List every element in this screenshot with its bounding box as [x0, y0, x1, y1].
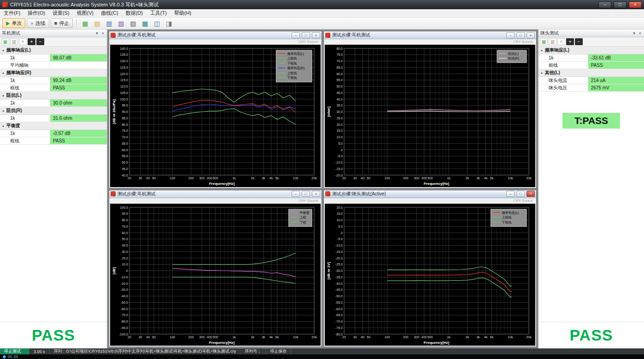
svg-text:105.0: 105.0 — [120, 91, 128, 94]
svg-text:35.0: 35.0 — [336, 104, 343, 107]
save-button[interactable]: ▥ — [104, 18, 114, 28]
svg-text:10k: 10k — [508, 335, 513, 339]
svg-text:下框: 下框 — [300, 220, 306, 224]
menu-item-7[interactable]: 工具(T) — [146, 9, 170, 17]
result-group-2[interactable]: ▲其他(L) — [539, 69, 644, 77]
single-run-button[interactable]: ▶单次 — [2, 18, 25, 28]
chart-maximize-button[interactable]: □ — [516, 191, 525, 197]
save-results-button[interactable]: ▥ — [549, 38, 556, 45]
start-button[interactable] — [3, 355, 6, 359]
menu-item-4[interactable]: 视图(V) — [73, 9, 98, 17]
menu-item-1[interactable]: 文件(F) — [0, 9, 24, 17]
mdi-area: 测试步骤:耳机测试–□×CRY Sound2030405010020030040… — [107, 29, 538, 348]
continuous-run-button[interactable]: »连续 — [27, 18, 49, 28]
open-file-button[interactable]: ▤ — [92, 18, 102, 28]
svg-text:-70.0: -70.0 — [121, 313, 128, 317]
svg-text:.0: .0 — [340, 148, 343, 152]
result-group-2[interactable]: ▲频率响应(R) — [0, 69, 107, 77]
collapse-all-button[interactable]: − — [575, 38, 583, 45]
window-minimize-button[interactable]: – — [598, 1, 611, 8]
data-view-button[interactable]: ▩ — [140, 18, 150, 28]
expand-all-button[interactable]: + — [28, 38, 35, 45]
svg-text:200: 200 — [403, 177, 409, 180]
svg-text:5k: 5k — [275, 335, 279, 339]
chart-minimize-button[interactable]: – — [292, 191, 300, 197]
svg-text:40.0: 40.0 — [122, 244, 128, 247]
chart-maximize-button[interactable]: □ — [516, 32, 525, 38]
panel-close-icon[interactable]: × — [101, 31, 105, 35]
chart-plot: 203040501002003004005001k2k3k4k5k10k20k-… — [325, 204, 535, 346]
svg-text:30: 30 — [353, 177, 357, 180]
taskbar-app-button[interactable] — [8, 355, 12, 358]
svg-text:平衡度: 平衡度 — [300, 211, 310, 214]
svg-text:90.0: 90.0 — [122, 212, 128, 215]
chart-close-button[interactable]: × — [527, 32, 535, 38]
svg-text:400: 400 — [207, 335, 212, 339]
menu-item-5[interactable]: 曲线(C) — [97, 9, 122, 17]
stop-run-icon: ■ — [54, 21, 58, 26]
chart-minimize-button[interactable]: – — [506, 191, 515, 197]
row-label: 1k — [0, 130, 50, 137]
row-label: 1k — [0, 115, 50, 122]
continuous-run-icon: » — [30, 21, 33, 26]
chart-window-titlebar[interactable]: 测试步骤:耳机测试–□× — [324, 31, 536, 39]
row-label: 咪头电压 — [539, 84, 588, 91]
svg-text:110.0: 110.0 — [120, 85, 128, 88]
windows-taskbar[interactable] — [0, 354, 644, 359]
menu-item-6[interactable]: 数据(D) — [122, 9, 146, 17]
svg-text:-10.0: -10.0 — [335, 244, 343, 247]
layout-button[interactable]: ◫ — [152, 18, 162, 28]
save-report-button[interactable]: ▧ — [116, 18, 126, 28]
result-group-5[interactable]: ▲平衡度 — [0, 122, 107, 130]
svg-text:200: 200 — [403, 335, 409, 339]
save-results-button[interactable]: ▥ — [10, 38, 18, 45]
taskbar-app-button[interactable] — [14, 355, 18, 358]
panel-close-icon[interactable]: × — [638, 31, 642, 35]
window-maximize-button[interactable]: □ — [614, 1, 626, 8]
svg-text:95.0: 95.0 — [122, 104, 128, 107]
clear-results-button[interactable]: × — [19, 38, 27, 45]
menu-item-8[interactable]: 帮助(H) — [170, 9, 195, 17]
svg-text:上框线: 上框线 — [287, 71, 297, 75]
grid-view-button[interactable]: ▦ — [540, 38, 548, 45]
result-group-1[interactable]: ▲频率响应(L) — [539, 47, 644, 54]
print-button[interactable]: ▨ — [128, 18, 138, 28]
menu-item-2[interactable]: 操作(O) — [24, 9, 49, 17]
svg-text:30.0: 30.0 — [336, 110, 343, 113]
columns-button[interactable]: ◨ — [164, 18, 174, 28]
panel-menu-icon[interactable]: ▾ — [632, 31, 636, 35]
collapse-all-button[interactable]: − — [36, 38, 44, 45]
clear-results-button[interactable]: × — [557, 38, 565, 45]
svg-text:80.0: 80.0 — [122, 218, 128, 222]
title-bar: CRY6151 Electro-acoustic Analysis System… — [0, 0, 644, 9]
chart-close-button[interactable]: × — [312, 191, 320, 197]
svg-text:-55.0: -55.0 — [335, 300, 343, 304]
chart-window-titlebar[interactable]: 测试步骤:耳机测试–□× — [109, 31, 322, 39]
menu-item-3[interactable]: 设置(S) — [49, 9, 73, 17]
svg-text:125.0: 125.0 — [120, 66, 128, 69]
result-group-4[interactable]: ▲阻抗(R) — [0, 107, 107, 115]
chart-window-titlebar[interactable]: 测试步骤:咪头测试(Active)–□× — [324, 190, 536, 198]
chart-close-button[interactable]: × — [527, 191, 535, 197]
svg-text:3k: 3k — [476, 177, 480, 180]
chart-minimize-button[interactable]: – — [506, 32, 515, 38]
result-group-3[interactable]: ▲阻抗(L) — [0, 92, 107, 100]
grid-view-button[interactable]: ▦ — [1, 38, 9, 45]
window-close-button[interactable]: × — [629, 1, 642, 8]
group-expand-icon: ▲ — [2, 94, 5, 97]
stop-run-button[interactable]: ■停止 — [51, 18, 73, 28]
chart-watermark: CRY Sound — [299, 40, 318, 45]
chart-window-titlebar[interactable]: 测试步骤:耳机测试–□× — [109, 190, 322, 198]
expand-all-button[interactable]: + — [566, 38, 574, 45]
group-name: 阻抗(L) — [6, 92, 22, 99]
table-row: 1k30.0 ohm — [0, 100, 107, 107]
group-expand-icon: ▲ — [2, 109, 5, 112]
mic-pass-result: PASS — [539, 322, 644, 348]
chart-maximize-button[interactable]: □ — [302, 32, 310, 38]
chart-maximize-button[interactable]: □ — [302, 191, 310, 197]
result-group-1[interactable]: ▲频率响应(L) — [0, 47, 107, 54]
sequence-grid-button[interactable]: ▦ — [80, 18, 90, 28]
chart-close-button[interactable]: × — [312, 32, 320, 38]
chart-minimize-button[interactable]: – — [292, 32, 300, 38]
panel-menu-icon[interactable]: ▾ — [95, 31, 99, 35]
